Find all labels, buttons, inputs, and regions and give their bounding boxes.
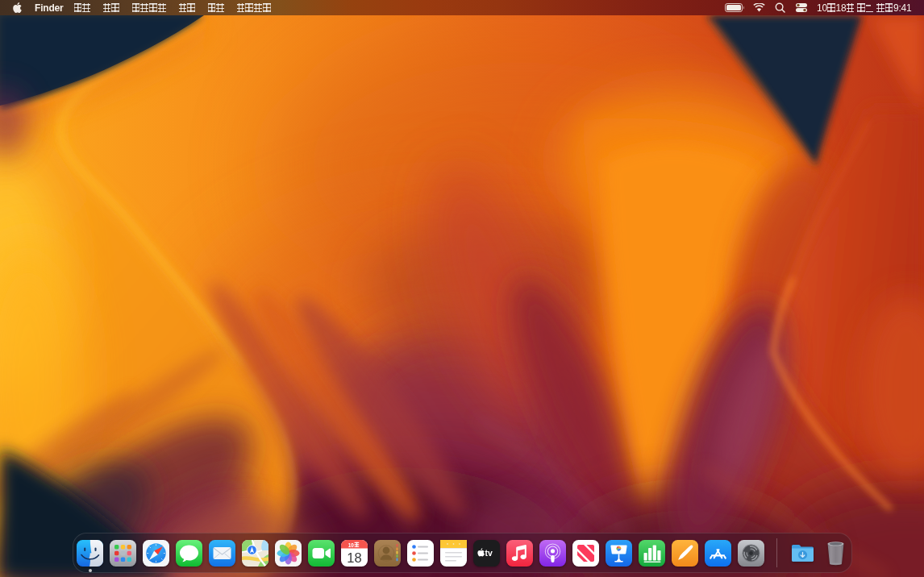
svg-text:10: 10: [348, 542, 355, 547]
svg-text:tv: tv: [485, 549, 493, 558]
svg-text:18: 18: [347, 550, 361, 564]
